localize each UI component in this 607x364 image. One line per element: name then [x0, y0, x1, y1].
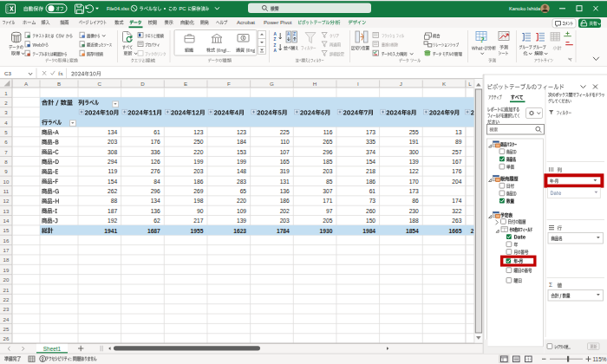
svg-text:Kanoko Ishida: Kanoko Ishida — [509, 6, 541, 11]
svg-text:115%: 115% — [593, 356, 607, 362]
svg-text:154: 154 — [366, 159, 375, 165]
svg-text:1687: 1687 — [147, 228, 160, 234]
svg-text:220: 220 — [237, 198, 246, 204]
svg-text:186: 186 — [280, 198, 290, 204]
svg-text:199: 199 — [193, 159, 203, 165]
svg-text:86: 86 — [412, 198, 419, 204]
svg-text:192: 192 — [108, 218, 117, 224]
svg-text:123: 123 — [193, 129, 203, 135]
svg-text:186: 186 — [366, 179, 375, 185]
svg-text:14: 14 — [3, 218, 10, 224]
svg-text:G: G — [270, 81, 274, 87]
svg-text:191: 191 — [409, 139, 419, 145]
svg-text:E: E — [184, 81, 187, 87]
svg-text:84: 84 — [153, 179, 160, 185]
svg-text:188: 188 — [409, 218, 419, 224]
svg-text:1984: 1984 — [362, 228, 375, 234]
svg-text:17: 17 — [3, 247, 10, 253]
svg-text:13: 13 — [455, 129, 462, 135]
svg-text:65: 65 — [240, 188, 247, 194]
svg-text:12: 12 — [3, 198, 10, 204]
svg-text:199: 199 — [237, 159, 246, 165]
svg-text:136: 136 — [151, 208, 160, 214]
svg-text:Z: Z — [274, 43, 277, 48]
svg-text:260: 260 — [366, 208, 375, 214]
svg-text:Sheet1: Sheet1 — [43, 346, 62, 352]
svg-text:173: 173 — [409, 188, 419, 194]
svg-text:296: 296 — [323, 149, 332, 155]
svg-text:F: F — [227, 81, 231, 87]
svg-text:308: 308 — [108, 149, 117, 155]
svg-text:122: 122 — [409, 168, 419, 174]
svg-text:J: J — [400, 81, 402, 87]
svg-text:322: 322 — [452, 208, 461, 214]
svg-text:203: 203 — [323, 168, 332, 174]
svg-text:126: 126 — [151, 159, 160, 165]
svg-text:Z: Z — [293, 32, 296, 36]
svg-text:D: D — [140, 81, 145, 87]
svg-text:131: 131 — [280, 179, 290, 185]
svg-text:H: H — [313, 81, 317, 87]
svg-text:L: L — [468, 81, 472, 87]
svg-text:19: 19 — [3, 267, 10, 273]
svg-text:73: 73 — [369, 198, 376, 204]
svg-text:97: 97 — [326, 208, 333, 214]
svg-text:134: 134 — [108, 129, 117, 135]
svg-text:374: 374 — [366, 149, 375, 155]
svg-text:18: 18 — [3, 257, 10, 263]
svg-text:153: 153 — [237, 149, 246, 155]
svg-text:202: 202 — [280, 208, 290, 214]
svg-text:255: 255 — [409, 129, 419, 135]
svg-text:265: 265 — [323, 139, 332, 145]
svg-text:220: 220 — [193, 149, 203, 155]
svg-text:25: 25 — [3, 326, 10, 332]
svg-text:250: 250 — [193, 139, 203, 145]
svg-text:165: 165 — [280, 159, 290, 165]
svg-text:225: 225 — [280, 129, 290, 135]
svg-text:13: 13 — [3, 208, 10, 214]
svg-text:167: 167 — [452, 159, 461, 165]
svg-text:1665: 1665 — [449, 228, 462, 234]
svg-text:85: 85 — [326, 179, 333, 185]
svg-text:1784: 1784 — [277, 228, 290, 234]
svg-text:?: ? — [480, 36, 485, 44]
svg-text:File04.xlsx: File04.xlsx — [107, 6, 129, 11]
svg-text:C3: C3 — [4, 70, 11, 76]
svg-text:26: 26 — [3, 335, 10, 341]
svg-text:89: 89 — [455, 139, 462, 145]
svg-text:B: B — [57, 81, 61, 87]
svg-text:1955: 1955 — [191, 228, 204, 234]
svg-text:262: 262 — [108, 188, 117, 194]
svg-text:1854: 1854 — [406, 228, 419, 234]
svg-text:203: 203 — [280, 218, 290, 224]
svg-text:fx: fx — [58, 70, 63, 77]
svg-text:150: 150 — [366, 218, 375, 224]
svg-text:22: 22 — [3, 296, 10, 302]
svg-text:307: 307 — [323, 188, 332, 194]
svg-text:I: I — [357, 81, 359, 87]
svg-text:217: 217 — [193, 218, 203, 224]
svg-text:PC: PC — [179, 6, 186, 11]
svg-text:218: 218 — [366, 168, 375, 174]
svg-text:204: 204 — [452, 179, 461, 185]
svg-text:269: 269 — [193, 188, 203, 194]
svg-text:11: 11 — [3, 188, 10, 194]
svg-text:109: 109 — [237, 208, 246, 214]
svg-text:110: 110 — [280, 139, 290, 145]
svg-text:24: 24 — [3, 316, 10, 322]
svg-text:Z: Z — [274, 37, 277, 42]
svg-text:Acrobat: Acrobat — [237, 19, 255, 25]
svg-text:10: 10 — [3, 179, 10, 185]
svg-text:336: 336 — [151, 149, 160, 155]
svg-text:88: 88 — [111, 198, 118, 204]
svg-text:139: 139 — [237, 218, 246, 224]
svg-text:119: 119 — [108, 168, 118, 174]
svg-text:205: 205 — [323, 218, 332, 224]
svg-text:16: 16 — [3, 237, 10, 244]
svg-text:294: 294 — [108, 159, 117, 165]
svg-text:23: 23 — [3, 306, 10, 312]
svg-text:335: 335 — [366, 139, 375, 145]
svg-text:203: 203 — [193, 168, 203, 174]
svg-text:296: 296 — [151, 188, 160, 194]
svg-text:173: 173 — [366, 129, 375, 135]
